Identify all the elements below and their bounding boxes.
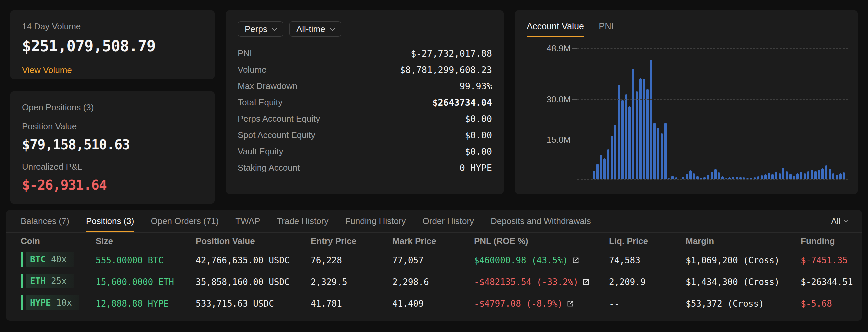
chart-bar	[761, 175, 763, 179]
chart-bar	[703, 177, 706, 179]
top-section: 14 Day Volume $251,079,508.79 View Volum…	[0, 0, 868, 194]
chart-tabs: Account Value PNL	[527, 21, 848, 37]
column-header-label[interactable]: PNL (ROE %)	[474, 236, 528, 248]
stats-row-label: Total Equity	[238, 97, 282, 108]
column-header: Liq. Price	[609, 236, 686, 246]
tab-account-value[interactable]: Account Value	[527, 21, 584, 37]
chart-bar	[664, 123, 666, 179]
tab-order-history[interactable]: Order History	[423, 210, 474, 232]
chart-bar	[771, 174, 774, 179]
leverage: 25x	[51, 276, 67, 286]
chart-bar	[639, 78, 642, 179]
table-row: HYPE10x12,888.88 HYPE533,715.63 USDC41.7…	[6, 293, 862, 314]
cell-size: 555.00000 BTC	[96, 255, 196, 265]
leverage: 40x	[51, 254, 67, 264]
coin-chip-body: HYPE10x	[26, 295, 79, 310]
chart-bar	[789, 174, 792, 179]
cell-entry-price: 2,329.5	[311, 277, 392, 287]
gridline	[577, 48, 848, 49]
chart-bar	[822, 168, 824, 179]
long-position-indicator	[21, 295, 23, 310]
column-header-label: Coin	[21, 236, 40, 246]
stats-row-value: $2643734.04	[432, 97, 492, 108]
table-row: BTC40x555.00000 BTC42,766,635.00 USDC76,…	[6, 249, 862, 271]
stats-row: Max Drawdown99.93%	[238, 78, 492, 94]
column-header-label: Position Value	[196, 236, 255, 246]
chart-bar	[686, 174, 688, 179]
tab-pnl[interactable]: PNL	[599, 21, 616, 37]
chart-bar	[603, 158, 606, 179]
column-header: Mark Price	[392, 236, 474, 246]
chart-y-axis-labels: 48.9M30.0M15.0M	[527, 48, 577, 180]
chart-bar	[782, 168, 784, 179]
coin-chip[interactable]: HYPE10x	[21, 295, 79, 310]
long-position-indicator	[21, 274, 23, 288]
gridline	[577, 99, 848, 100]
chart-bar	[825, 165, 827, 179]
chart-bar	[707, 175, 709, 179]
column-header-label: Mark Price	[392, 236, 436, 246]
all-filter-dropdown[interactable]: All	[831, 210, 847, 232]
column-header-label[interactable]: Margin	[686, 236, 714, 248]
chart-bar	[736, 177, 738, 179]
external-link-icon[interactable]	[572, 256, 579, 264]
chart-bar	[836, 175, 838, 179]
view-volume-link[interactable]: View Volume	[22, 65, 72, 76]
chart-bar	[796, 173, 799, 179]
chart-bar	[775, 172, 777, 179]
chart-bar	[764, 174, 767, 179]
cell-coin: BTC40x	[21, 252, 96, 269]
axis-tick	[572, 140, 577, 140]
cell-liq-price: 2,209.9	[609, 277, 686, 287]
chart-bar	[818, 170, 820, 179]
stats-row-value: 99.93%	[459, 81, 492, 91]
stats-row: Total Equity$2643734.04	[238, 94, 492, 111]
leverage: 10x	[56, 298, 72, 308]
cell-size: 12,888.88 HYPE	[96, 299, 196, 309]
unrealized-pnl-label: Unrealized P&L	[22, 162, 203, 172]
chart-bar	[671, 176, 674, 179]
external-link-icon[interactable]	[582, 278, 590, 286]
cell-size: 15,600.0000 ETH	[96, 277, 196, 287]
cell-liq-price: --	[609, 299, 686, 309]
tab-positions-3[interactable]: Positions (3)	[86, 210, 134, 232]
cell-margin: $53,372 (Cross)	[686, 299, 801, 309]
coin-chip[interactable]: BTC40x	[21, 252, 74, 267]
chart-bar	[611, 136, 613, 179]
column-header-label: Liq. Price	[609, 236, 648, 246]
alltime-dropdown[interactable]: All-time	[289, 21, 341, 37]
tab-funding-history[interactable]: Funding History	[345, 210, 406, 232]
column-header: Margin	[686, 236, 801, 246]
chart-bar	[829, 169, 831, 179]
open-positions-label: Open Positions (3)	[22, 102, 203, 113]
bottom-panel: Balances (7)Positions (3)Open Orders (71…	[6, 210, 862, 321]
chart-plot-area[interactable]	[577, 48, 848, 180]
tab-trade-history[interactable]: Trade History	[277, 210, 328, 232]
coin-chip[interactable]: ETH25x	[21, 274, 74, 288]
table-body: BTC40x555.00000 BTC42,766,635.00 USDC76,…	[6, 249, 862, 314]
tab-open-orders-71[interactable]: Open Orders (71)	[151, 210, 219, 232]
external-link-icon[interactable]	[567, 300, 574, 307]
chart-bar	[714, 169, 717, 179]
chart-bar	[843, 172, 845, 179]
volume-card: 14 Day Volume $251,079,508.79 View Volum…	[10, 10, 215, 79]
stats-row-label: Max Drawdown	[238, 81, 297, 91]
coin-chip-body: BTC40x	[26, 252, 74, 267]
position-value: $79,158,510.63	[22, 137, 203, 152]
tab-deposits-and-withdrawals[interactable]: Deposits and Withdrawals	[491, 210, 591, 232]
perps-dropdown[interactable]: Perps	[238, 21, 283, 37]
column-header-label[interactable]: Funding	[801, 236, 835, 248]
chart-bar	[711, 172, 713, 180]
cell-mark-price: 41.409	[392, 299, 474, 309]
perps-dropdown-label: Perps	[245, 24, 267, 34]
chart-bar	[689, 170, 692, 179]
tab-twap[interactable]: TWAP	[235, 210, 260, 232]
stats-row-value: $0.00	[465, 130, 492, 140]
tab-balances-7[interactable]: Balances (7)	[21, 210, 69, 232]
chart-bar	[607, 149, 609, 179]
table-tabs-row: Balances (7)Positions (3)Open Orders (71…	[6, 210, 862, 233]
cell-coin: HYPE10x	[21, 295, 96, 312]
cell-funding: $-5.68	[801, 299, 847, 309]
stats-row: Volume$8,781,299,608.23	[238, 62, 492, 78]
stats-row: Spot Account Equity$0.00	[238, 127, 492, 143]
